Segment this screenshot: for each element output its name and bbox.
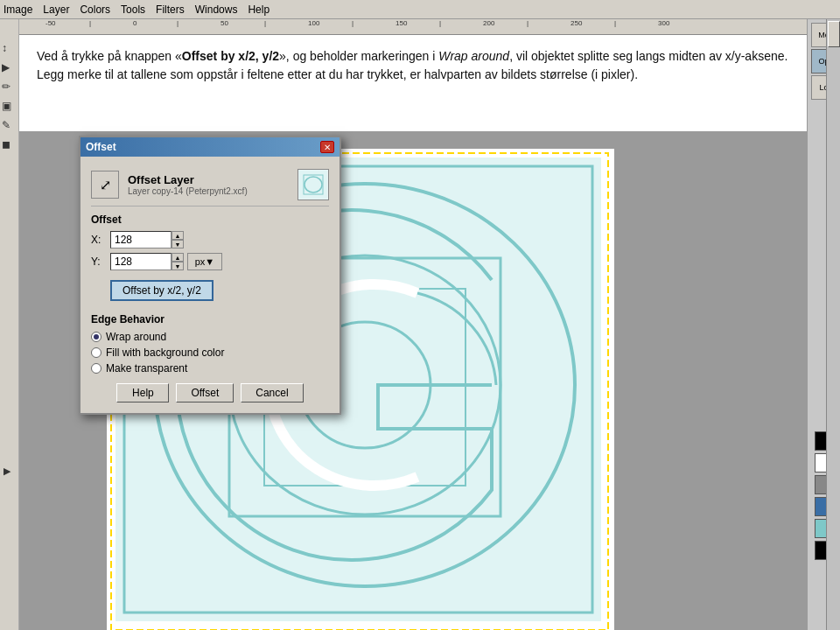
- menu-bar: Image Layer Colors Tools Filters Windows…: [0, 0, 840, 19]
- radio-transparent[interactable]: Make transparent: [91, 362, 329, 374]
- menu-item-image[interactable]: Image: [4, 4, 32, 16]
- layer-thumbnail: [298, 169, 329, 200]
- italic-text-wrap: Wrap around: [438, 49, 509, 63]
- x-spin-up[interactable]: ▲: [172, 231, 184, 240]
- y-offset-row: Y: 128 ▲ ▼ px▼: [91, 253, 329, 270]
- right-panel: Mo Op Lo: [807, 19, 840, 630]
- instruction-text-block: Ved å trykke på knappen «Offset by x/2, …: [19, 35, 807, 131]
- y-input[interactable]: 128: [110, 253, 172, 270]
- edge-behavior-title: Edge Behavior: [91, 313, 329, 326]
- tool-select[interactable]: ▶: [2, 58, 10, 77]
- menu-item-colors[interactable]: Colors: [80, 4, 110, 16]
- scrollbar-thumb[interactable]: [828, 21, 840, 47]
- dialog-title-bar: Offset ✕: [80, 137, 340, 157]
- tool-arrows[interactable]: ↕: [2, 38, 7, 58]
- tool-pencil[interactable]: ✏: [2, 77, 10, 96]
- tool-move-right[interactable]: ▶: [4, 466, 10, 477]
- radio-wrap-around-indicator: [91, 332, 102, 342]
- tool-brush[interactable]: ✎: [2, 116, 10, 135]
- menu-item-layer[interactable]: Layer: [43, 4, 69, 16]
- x-offset-row: X: 128 ▲ ▼: [91, 231, 329, 248]
- help-button[interactable]: Help: [116, 383, 169, 402]
- scrollbar-track[interactable]: [826, 19, 840, 630]
- menu-item-windows[interactable]: Windows: [195, 4, 238, 16]
- menu-item-tools[interactable]: Tools: [121, 4, 145, 16]
- radio-wrap-around-label: Wrap around: [106, 331, 166, 343]
- dialog-buttons-row: Help Offset Cancel: [91, 378, 329, 406]
- dialog-body: ⤢ Offset Layer Layer copy-14 (Peterpynt2…: [80, 157, 340, 413]
- edge-behavior-section: Edge Behavior Wrap around Fill with back…: [91, 313, 329, 374]
- dialog-close-button[interactable]: ✕: [320, 141, 334, 153]
- ruler-horizontal: -50 | 0 | 50 | 100 | 150 | 200 | 250 | 3…: [19, 19, 807, 35]
- x-label: X:: [91, 234, 107, 246]
- y-spin-up[interactable]: ▲: [172, 253, 184, 262]
- instruction-paragraph: Ved å trykke på knappen «Offset by x/2, …: [37, 47, 789, 84]
- offset-dialog: Offset ✕ ⤢ Offset Layer Layer copy-14 (P…: [79, 136, 341, 415]
- offset-layer-icon: ⤢: [91, 171, 119, 199]
- y-spin-buttons: ▲ ▼: [172, 253, 184, 270]
- radio-transparent-label: Make transparent: [106, 362, 187, 374]
- dialog-header-title: Offset Layer: [128, 173, 289, 186]
- offset-section: Offset X: 128 ▲ ▼ Y:: [91, 214, 329, 308]
- tool-rect[interactable]: ▣: [2, 96, 11, 116]
- menu-item-help[interactable]: Help: [248, 4, 270, 16]
- toolbox: ↕ ▶ ✏ ▣ ✎ ◼ ▶: [0, 19, 19, 630]
- offset-half-button[interactable]: Offset by x/2, y/2: [110, 280, 214, 301]
- x-spin-buttons: ▲ ▼: [172, 231, 184, 248]
- dialog-title: Offset: [86, 141, 116, 153]
- offset-section-title: Offset: [91, 214, 329, 226]
- unit-select[interactable]: px▼: [187, 253, 222, 270]
- cancel-button[interactable]: Cancel: [241, 383, 303, 402]
- y-spin-down[interactable]: ▼: [172, 262, 184, 270]
- x-spin-down[interactable]: ▼: [172, 240, 184, 248]
- menu-item-filters[interactable]: Filters: [156, 4, 185, 16]
- bold-text-offset: Offset by x/2, y/2: [182, 49, 279, 63]
- tool-fill[interactable]: ◼: [2, 135, 10, 154]
- offset-action-button[interactable]: Offset: [176, 383, 234, 402]
- radio-fill-bg[interactable]: Fill with background color: [91, 346, 329, 359]
- dialog-header-text: Offset Layer Layer copy-14 (Peterpynt2.x…: [128, 173, 289, 196]
- x-input[interactable]: 128: [110, 231, 172, 248]
- radio-wrap-around[interactable]: Wrap around: [91, 331, 329, 343]
- dialog-header: ⤢ Offset Layer Layer copy-14 (Peterpynt2…: [91, 164, 329, 206]
- dialog-header-subtitle: Layer copy-14 (Peterpynt2.xcf): [128, 186, 289, 196]
- y-label: Y:: [91, 256, 107, 268]
- y-input-group: 128 ▲ ▼ px▼: [110, 253, 222, 270]
- radio-fill-bg-label: Fill with background color: [106, 346, 224, 359]
- radio-transparent-indicator: [91, 363, 102, 374]
- offset-half-btn-container: Offset by x/2, y/2: [91, 275, 329, 308]
- x-input-group: 128 ▲ ▼: [110, 231, 184, 248]
- radio-fill-bg-indicator: [91, 347, 102, 358]
